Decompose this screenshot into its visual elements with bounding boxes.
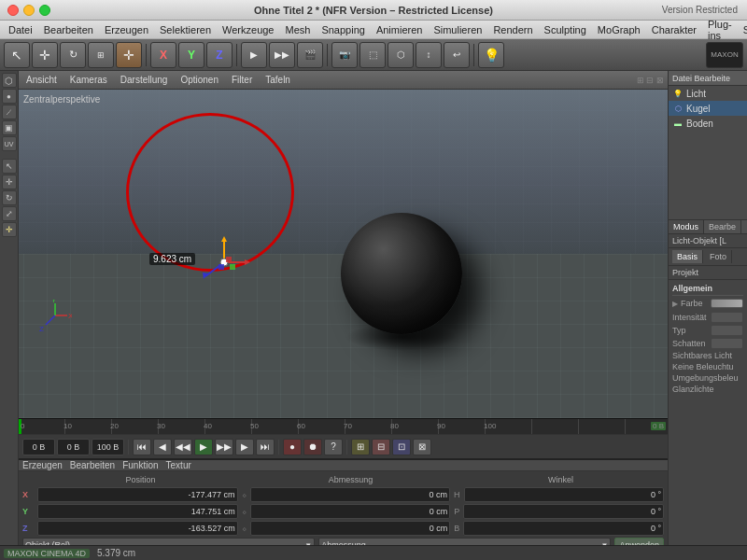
typ-value[interactable] bbox=[711, 325, 743, 336]
coord-y-win[interactable]: 0 ° bbox=[463, 504, 664, 519]
coord-abm-dropdown[interactable]: Abmessung ▼ bbox=[318, 538, 611, 545]
anim-goto-start[interactable]: ⏮ bbox=[133, 439, 151, 455]
anim-mode3[interactable]: ⊡ bbox=[392, 439, 411, 455]
mode-poly[interactable]: ▣ bbox=[2, 120, 17, 135]
bt-erzeugen[interactable]: Erzeugen bbox=[22, 460, 63, 470]
tool-move[interactable]: ✛ bbox=[32, 42, 58, 68]
vp-tafeln[interactable]: Tafeln bbox=[261, 74, 294, 86]
menu-mesh[interactable]: Mesh bbox=[280, 23, 315, 36]
tool-cam5[interactable]: ↩ bbox=[444, 42, 470, 68]
menu-werkzeuge[interactable]: Werkzeuge bbox=[218, 23, 278, 36]
anim-mode4[interactable]: ⊠ bbox=[413, 439, 431, 455]
menu-plugins[interactable]: Plug-ins bbox=[703, 18, 737, 42]
tool-cam3[interactable]: ⬡ bbox=[388, 42, 414, 68]
tool-cam4[interactable]: ↕ bbox=[416, 42, 442, 68]
tab-basis[interactable]: Basis bbox=[672, 250, 703, 263]
menu-charakter[interactable]: Charakter bbox=[647, 23, 701, 36]
anim-play[interactable]: ▶ bbox=[194, 439, 213, 455]
mode-tool1[interactable]: ↖ bbox=[2, 159, 17, 174]
floor-icon: ▬ bbox=[672, 118, 684, 129]
bt-textur[interactable]: Textur bbox=[166, 460, 191, 470]
fps-field[interactable]: 100 B bbox=[92, 439, 124, 455]
anim-goto-end[interactable]: ⏭ bbox=[256, 439, 275, 455]
frame-field[interactable]: 0 B bbox=[22, 439, 55, 455]
minimize-button[interactable] bbox=[23, 5, 35, 16]
coord-z-arrow2: B bbox=[454, 524, 459, 533]
mode-tool4[interactable]: ⤢ bbox=[2, 206, 17, 221]
bt-bearbeiten[interactable]: Bearbeiten bbox=[70, 460, 115, 470]
menu-skript[interactable]: Skript bbox=[739, 23, 747, 36]
coord-row-y: Y 147.751 cm ⬦ 0 cm P 0 ° bbox=[22, 504, 664, 519]
mode-edges[interactable]: ⟋ bbox=[2, 105, 17, 119]
tab-bearbeiten[interactable]: Bearbe bbox=[704, 220, 741, 233]
mode-tool5[interactable]: ✛ bbox=[2, 222, 17, 237]
tool-maxon[interactable]: MAXON bbox=[706, 42, 743, 68]
menu-rendern[interactable]: Rendern bbox=[488, 23, 537, 36]
vp-optionen[interactable]: Optionen bbox=[176, 74, 222, 86]
object-item-kugel[interactable]: ⬡ Kugel bbox=[669, 101, 747, 116]
menu-selektieren[interactable]: Selektieren bbox=[155, 23, 216, 36]
anim-autokey[interactable]: ⏺ bbox=[303, 439, 322, 455]
anim-mode2[interactable]: ⊟ bbox=[372, 439, 390, 455]
vp-darstellung[interactable]: Darstellung bbox=[117, 74, 172, 86]
menu-animieren[interactable]: Animieren bbox=[372, 23, 428, 36]
mode-uvw[interactable]: UV bbox=[2, 136, 17, 151]
vp-kameras[interactable]: Kameras bbox=[66, 74, 111, 86]
anim-prev-frame[interactable]: ◀ bbox=[153, 439, 172, 455]
object-item-boden[interactable]: ▬ Boden bbox=[669, 116, 747, 131]
tool-light[interactable]: 💡 bbox=[478, 42, 504, 68]
tool-render2[interactable]: 🎬 bbox=[297, 42, 323, 68]
coord-z-pos[interactable]: -163.527 cm bbox=[37, 521, 238, 536]
tool-pointer[interactable]: ↖ bbox=[4, 42, 30, 68]
anim-next-frame[interactable]: ▶ bbox=[235, 439, 254, 455]
coord-mode-dropdown[interactable]: Objekt (Rel) ▼ bbox=[22, 538, 315, 545]
menu-sculpting[interactable]: Sculpting bbox=[540, 23, 591, 36]
tool-camera[interactable]: 📷 bbox=[331, 42, 358, 68]
vp-ansicht[interactable]: Ansicht bbox=[22, 74, 61, 86]
anim-help[interactable]: ? bbox=[324, 439, 343, 455]
tool-render[interactable]: ▶▶ bbox=[269, 42, 295, 68]
mode-tool3[interactable]: ↻ bbox=[2, 190, 17, 205]
time-field[interactable]: 0 B bbox=[57, 439, 90, 455]
tool-x[interactable]: X bbox=[150, 42, 176, 68]
menu-erzeugen[interactable]: Erzeugen bbox=[100, 23, 153, 36]
anim-next[interactable]: ▶▶ bbox=[215, 439, 233, 455]
schatten-value[interactable] bbox=[711, 338, 743, 349]
coord-x-win[interactable]: 0 ° bbox=[464, 487, 665, 502]
intensitat-value[interactable] bbox=[711, 312, 743, 323]
coord-z-win[interactable]: 0 ° bbox=[463, 521, 664, 536]
coord-x-abm[interactable]: 0 cm bbox=[250, 487, 451, 502]
tool-select[interactable]: ✛ bbox=[116, 42, 142, 68]
tab-modus[interactable]: Modus bbox=[669, 220, 704, 233]
anim-prev[interactable]: ◀◀ bbox=[174, 439, 192, 455]
vp-filter[interactable]: Filter bbox=[228, 74, 256, 86]
3d-viewport[interactable]: Zentralperspektive bbox=[19, 90, 668, 418]
mode-object[interactable]: ⬡ bbox=[2, 73, 17, 88]
tool-scale[interactable]: ⊞ bbox=[88, 42, 114, 68]
mode-points[interactable]: ● bbox=[2, 89, 17, 104]
coord-z-abm[interactable]: 0 cm bbox=[250, 521, 451, 536]
menu-snapping[interactable]: Snapping bbox=[317, 23, 370, 36]
tool-y[interactable]: Y bbox=[178, 42, 204, 68]
tool-cam2[interactable]: ⬚ bbox=[359, 42, 386, 68]
tab-foto[interactable]: Foto bbox=[705, 250, 732, 263]
maximize-button[interactable] bbox=[39, 5, 50, 16]
anim-record[interactable]: ● bbox=[283, 439, 302, 455]
mode-tool2[interactable]: ✛ bbox=[2, 175, 17, 189]
close-button[interactable] bbox=[7, 5, 19, 16]
menu-mograph[interactable]: MoGraph bbox=[593, 23, 645, 36]
tool-z[interactable]: Z bbox=[206, 42, 233, 68]
tool-render-region[interactable]: ▶ bbox=[241, 42, 267, 68]
tool-rotate[interactable]: ↻ bbox=[60, 42, 86, 68]
farbe-swatch[interactable] bbox=[711, 299, 743, 308]
menu-simulieren[interactable]: Simulieren bbox=[429, 23, 486, 36]
bt-funktion[interactable]: Funktion bbox=[122, 460, 158, 470]
coord-y-pos[interactable]: 147.751 cm bbox=[37, 504, 238, 519]
coord-x-pos[interactable]: -177.477 cm bbox=[37, 487, 238, 502]
apply-button[interactable]: Anwenden bbox=[614, 538, 664, 545]
object-item-licht[interactable]: 💡 Licht bbox=[669, 86, 747, 101]
coord-y-abm[interactable]: 0 cm bbox=[250, 504, 451, 519]
menu-datei[interactable]: Datei bbox=[4, 23, 37, 36]
menu-bearbeiten[interactable]: Bearbeiten bbox=[39, 23, 98, 36]
anim-mode1[interactable]: ⊞ bbox=[351, 439, 370, 455]
